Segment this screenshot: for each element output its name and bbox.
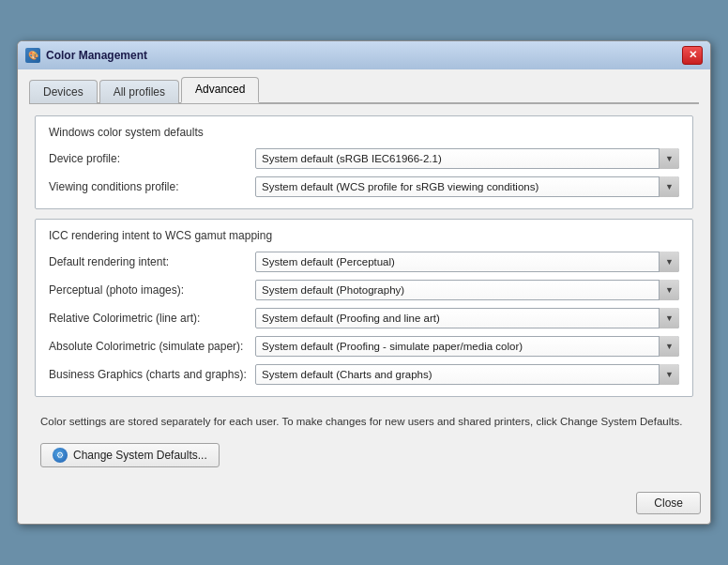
window-body: Devices All profiles Advanced Windows co… (18, 69, 710, 486)
icc-dropdown-3[interactable]: System default (Proofing - simulate pape… (255, 336, 679, 357)
device-profile-dropdown[interactable]: System default (sRGB IEC61966-2.1) (255, 148, 679, 169)
viewing-conditions-dropdown[interactable]: System default (WCS profile for sRGB vie… (255, 176, 679, 197)
close-window-button[interactable]: ✕ (682, 46, 703, 65)
device-profile-label: Device profile: (49, 152, 255, 165)
icc-dropdown-1[interactable]: System default (Photography) (255, 280, 679, 300)
device-profile-row: Device profile: System default (sRGB IEC… (49, 148, 679, 169)
icc-row-4: Business Graphics (charts and graphs): S… (49, 364, 679, 385)
icc-row-3: Absolute Colorimetric (simulate paper): … (49, 336, 679, 357)
icc-section: ICC rendering intent to WCS gamut mappin… (35, 219, 693, 397)
icc-row-1: Perceptual (photo images): System defaul… (49, 280, 679, 300)
icc-row-0: Default rendering intent: System default… (49, 252, 679, 272)
icc-label-2: Relative Colorimetric (line art): (49, 312, 255, 325)
info-text: Color settings are stored separately for… (35, 406, 693, 439)
icc-dropdown-0[interactable]: System default (Perceptual) (255, 252, 679, 272)
icc-row-2: Relative Colorimetric (line art): System… (49, 308, 679, 328)
icc-label-3: Absolute Colorimetric (simulate paper): (49, 340, 255, 353)
window-icon: 🎨 (25, 48, 40, 63)
change-defaults-button[interactable]: ⚙ Change System Defaults... (40, 443, 220, 467)
viewing-conditions-row: Viewing conditions profile: System defau… (49, 176, 679, 197)
viewing-conditions-label: Viewing conditions profile: (49, 180, 255, 193)
tab-devices[interactable]: Devices (29, 80, 98, 103)
windows-color-section: Windows color system defaults Device pro… (35, 115, 693, 209)
device-profile-dropdown-wrap: System default (sRGB IEC61966-2.1) ▼ (255, 148, 679, 169)
windows-color-title: Windows color system defaults (49, 126, 679, 139)
tab-bar: Devices All profiles Advanced (29, 77, 699, 104)
window-bottom-bar: Close (18, 486, 710, 524)
change-defaults-icon: ⚙ (53, 448, 68, 463)
icc-dropdown-wrap-1: System default (Photography) ▼ (255, 280, 679, 300)
tab-all-profiles[interactable]: All profiles (99, 80, 179, 103)
icc-dropdown-4[interactable]: System default (Charts and graphs) (255, 364, 679, 385)
color-management-window: 🎨 Color Management ✕ Devices All profile… (17, 40, 711, 525)
icc-dropdown-wrap-2: System default (Proofing and line art) ▼ (255, 308, 679, 328)
tab-content-advanced: Windows color system defaults Device pro… (29, 104, 699, 475)
icc-dropdown-wrap-4: System default (Charts and graphs) ▼ (255, 364, 679, 385)
icc-dropdown-2[interactable]: System default (Proofing and line art) (255, 308, 679, 328)
icc-dropdown-wrap-3: System default (Proofing - simulate pape… (255, 336, 679, 357)
window-title: Color Management (46, 49, 682, 62)
tab-advanced[interactable]: Advanced (181, 77, 259, 103)
icc-label-1: Perceptual (photo images): (49, 283, 255, 297)
icc-label-0: Default rendering intent: (49, 255, 255, 268)
change-defaults-label: Change System Defaults... (73, 449, 207, 462)
icc-label-4: Business Graphics (charts and graphs): (49, 368, 255, 381)
viewing-conditions-dropdown-wrap: System default (WCS profile for sRGB vie… (255, 176, 679, 197)
title-bar: 🎨 Color Management ✕ (18, 41, 710, 69)
close-button[interactable]: Close (636, 492, 701, 514)
icc-title: ICC rendering intent to WCS gamut mappin… (49, 229, 679, 242)
icc-dropdown-wrap-0: System default (Perceptual) ▼ (255, 252, 679, 272)
